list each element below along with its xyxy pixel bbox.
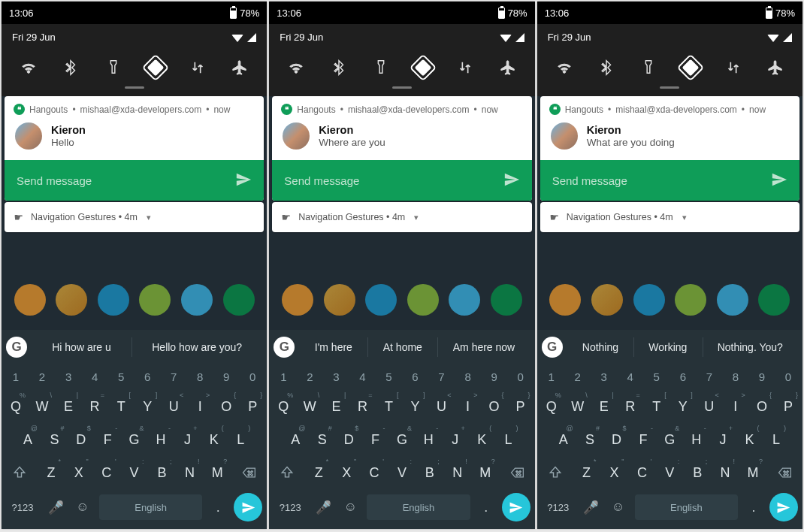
collapsed-notification[interactable]: ☚ Navigation Gestures • 4m ▾ [272, 202, 531, 232]
number-key[interactable]: 2 [31, 367, 53, 386]
collapsed-notification[interactable]: ☚ Navigation Gestures • 4m ▾ [5, 202, 264, 232]
qs-expand-handle[interactable] [537, 83, 802, 96]
letter-key[interactable]: #S [579, 425, 601, 454]
enter-key[interactable] [234, 493, 262, 521]
send-icon[interactable] [235, 171, 252, 190]
letter-key[interactable]: }P [509, 392, 532, 421]
google-icon[interactable]: G [6, 337, 27, 358]
letter-key[interactable]: ]Y [672, 392, 694, 421]
flashlight-icon[interactable] [633, 55, 663, 80]
letter-key[interactable]: $D [605, 425, 627, 454]
airplane-mode-icon[interactable] [493, 55, 523, 80]
letter-key[interactable]: +J [176, 425, 198, 454]
suggestion[interactable]: At home [367, 330, 437, 364]
google-icon[interactable]: G [542, 337, 563, 358]
collapsed-notification[interactable]: ☚ Navigation Gestures • 4m ▾ [540, 202, 799, 232]
letter-key[interactable]: ]Y [404, 392, 426, 421]
notification-card[interactable]: ❝ Hangouts • mishaal@xda-developers.com … [540, 96, 799, 201]
letter-key[interactable]: *Z [40, 458, 62, 487]
letter-key[interactable]: -F [364, 425, 387, 454]
reply-input-bar[interactable]: Send message [272, 160, 531, 201]
letter-key[interactable]: >I [189, 392, 211, 421]
shift-key[interactable] [5, 458, 35, 487]
letter-key[interactable]: =R [83, 392, 106, 421]
backspace-key[interactable] [769, 458, 799, 487]
letter-key[interactable]: ;B [151, 458, 174, 487]
notification-card[interactable]: ❝ Hangouts • mishaal@xda-developers.com … [272, 96, 531, 201]
letter-key[interactable]: %Q [5, 392, 27, 421]
number-key[interactable]: 0 [509, 367, 532, 386]
letter-key[interactable]: {O [483, 392, 506, 421]
auto-rotate-icon[interactable] [141, 55, 171, 80]
period-key[interactable]: . [744, 500, 763, 515]
letter-key[interactable]: [T [377, 392, 400, 421]
letter-key[interactable]: &G [391, 425, 413, 454]
number-key[interactable]: 7 [698, 367, 721, 386]
letter-key[interactable]: 'C [95, 458, 118, 487]
number-key[interactable]: 5 [377, 367, 400, 386]
bluetooth-icon[interactable] [324, 55, 354, 80]
wifi-icon[interactable] [281, 55, 311, 80]
letter-key[interactable]: [T [645, 392, 668, 421]
number-key[interactable]: 1 [5, 367, 27, 386]
number-key[interactable]: 7 [162, 367, 185, 386]
letter-key[interactable]: "X [335, 458, 358, 487]
mobile-data-icon[interactable] [183, 55, 213, 80]
enter-key[interactable] [502, 493, 530, 521]
flashlight-icon[interactable] [366, 55, 396, 80]
spacebar[interactable]: English [635, 494, 738, 520]
letter-key[interactable]: |E [325, 392, 347, 421]
suggestion[interactable]: Nothing [567, 330, 634, 364]
qs-expand-handle[interactable] [2, 83, 267, 96]
mic-icon[interactable]: 🎤 [581, 500, 602, 515]
letter-key[interactable]: ?M [474, 458, 497, 487]
letter-key[interactable]: \W [567, 392, 589, 421]
letter-key[interactable]: @A [17, 425, 39, 454]
number-key[interactable]: 8 [457, 367, 479, 386]
letter-key[interactable]: $D [337, 425, 360, 454]
send-icon[interactable] [503, 171, 520, 190]
number-key[interactable]: 6 [404, 367, 426, 386]
emoji-icon[interactable]: ☺ [340, 500, 361, 515]
letter-key[interactable]: [T [110, 392, 132, 421]
mobile-data-icon[interactable] [450, 55, 480, 80]
spacebar[interactable]: English [367, 494, 470, 520]
auto-rotate-icon[interactable] [408, 55, 438, 80]
google-icon[interactable]: G [274, 337, 295, 358]
bluetooth-icon[interactable] [56, 55, 86, 80]
backspace-key[interactable] [234, 458, 264, 487]
spacebar[interactable]: English [99, 494, 202, 520]
letter-key[interactable]: &G [658, 425, 681, 454]
suggestion[interactable]: Working [633, 330, 702, 364]
letter-key[interactable]: -F [96, 425, 119, 454]
reply-input-bar[interactable]: Send message [5, 160, 264, 201]
letter-key[interactable]: -F [632, 425, 654, 454]
period-key[interactable]: . [476, 500, 496, 515]
auto-rotate-icon[interactable] [676, 55, 706, 80]
bluetooth-icon[interactable] [591, 55, 621, 80]
letter-key[interactable]: 'C [363, 458, 385, 487]
number-key[interactable]: 6 [136, 367, 159, 386]
mic-icon[interactable]: 🎤 [45, 500, 66, 515]
number-key[interactable]: 9 [215, 367, 237, 386]
notification-card[interactable]: ❝ Hangouts • mishaal@xda-developers.com … [5, 96, 264, 201]
number-key[interactable]: 8 [189, 367, 211, 386]
letter-key[interactable]: >I [457, 392, 479, 421]
letter-key[interactable]: =R [351, 392, 373, 421]
wifi-icon[interactable] [14, 55, 44, 80]
letter-key[interactable]: +J [712, 425, 734, 454]
suggestion[interactable]: Hi how are u [32, 330, 131, 364]
emoji-icon[interactable]: ☺ [72, 500, 93, 515]
symbols-key[interactable]: ?123 [542, 502, 575, 513]
number-key[interactable]: 9 [483, 367, 506, 386]
letter-key[interactable]: \W [31, 392, 53, 421]
backspace-key[interactable] [502, 458, 532, 487]
number-key[interactable]: 7 [431, 367, 453, 386]
letter-key[interactable]: (K [739, 425, 761, 454]
letter-key[interactable]: +J [444, 425, 467, 454]
letter-key[interactable]: \W [298, 392, 321, 421]
letter-key[interactable]: *Z [307, 458, 330, 487]
letter-key[interactable]: ;B [419, 458, 441, 487]
shift-key[interactable] [540, 458, 570, 487]
number-key[interactable]: 3 [325, 367, 347, 386]
